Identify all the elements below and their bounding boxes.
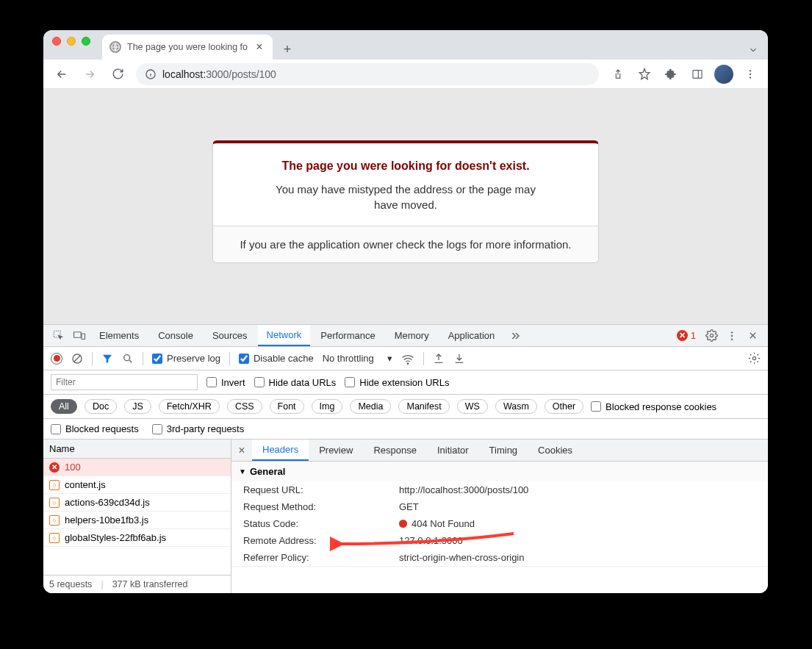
pill-wasm[interactable]: Wasm [495, 399, 537, 414]
network-filter-bar: Invert Hide data URLs Hide extension URL… [43, 370, 768, 395]
search-icon[interactable] [122, 353, 134, 365]
devtools-menu-icon[interactable] [722, 326, 741, 345]
detail-tab-headers[interactable]: Headers [252, 440, 309, 461]
request-summary: 5 requests | 377 kB transferred [43, 575, 231, 593]
pill-other[interactable]: Other [545, 399, 583, 414]
detail-tab-timing[interactable]: Timing [479, 440, 528, 460]
bookmark-star-icon[interactable] [633, 62, 656, 86]
svg-point-11 [731, 334, 733, 336]
share-icon[interactable] [606, 62, 630, 86]
svg-rect-7 [74, 331, 82, 337]
pill-js[interactable]: JS [124, 399, 151, 414]
inspect-element-icon[interactable] [49, 326, 68, 345]
detail-tab-initiator[interactable]: Initiator [427, 440, 479, 460]
tab-elements[interactable]: Elements [90, 326, 148, 345]
more-tabs-icon[interactable] [505, 326, 524, 345]
maximize-window-button[interactable] [82, 37, 90, 46]
pill-all[interactable]: All [51, 399, 77, 414]
devtools-tab-strip: Elements Console Sources Network Perform… [43, 325, 768, 347]
svg-point-16 [752, 356, 755, 359]
request-row[interactable]: ✕100 [43, 459, 231, 476]
tab-console[interactable]: Console [149, 326, 202, 345]
device-toolbar-icon[interactable] [70, 326, 89, 345]
tab-network[interactable]: Network [258, 325, 311, 346]
pill-css[interactable]: CSS [227, 399, 262, 414]
svg-rect-2 [693, 70, 702, 78]
back-button[interactable] [49, 62, 74, 87]
settings-icon[interactable] [702, 326, 721, 345]
side-panel-icon[interactable] [686, 62, 709, 86]
error-icon: ✕ [49, 462, 60, 473]
extensions-icon[interactable] [659, 62, 683, 86]
request-row[interactable]: ○content.js [43, 476, 231, 494]
tab-title: The page you were looking fo [127, 42, 248, 52]
tab-performance[interactable]: Performance [312, 326, 384, 345]
tab-sources[interactable]: Sources [204, 326, 256, 345]
svg-rect-8 [82, 334, 85, 340]
browser-tab[interactable]: The page you were looking fo × [102, 35, 273, 60]
status-dot-icon [399, 520, 407, 528]
disable-cache-checkbox[interactable]: Disable cache [239, 353, 314, 364]
network-conditions-icon[interactable] [401, 352, 414, 365]
general-header[interactable]: ▼General [231, 462, 768, 481]
new-tab-button[interactable]: + [277, 39, 298, 60]
address-bar: localhost:3000/posts/100 [43, 60, 768, 89]
minimize-window-button[interactable] [67, 37, 76, 46]
error-heading: The page you were looking for doesn't ex… [231, 159, 581, 173]
clear-button[interactable] [71, 353, 83, 365]
column-name[interactable]: Name [43, 440, 231, 459]
error-badge[interactable]: ✕1 [677, 330, 696, 341]
close-window-button[interactable] [52, 37, 61, 46]
detail-tab-response[interactable]: Response [363, 440, 427, 460]
js-file-icon: ○ [49, 515, 60, 526]
detail-tab-cookies[interactable]: Cookies [528, 440, 583, 460]
browser-menu-icon[interactable] [739, 62, 762, 86]
svg-point-15 [407, 363, 409, 365]
request-row[interactable]: ○globalStyles-22fbf6ab.js [43, 529, 231, 547]
close-detail-icon[interactable]: × [231, 444, 252, 457]
request-method-value: GET [399, 501, 419, 512]
throttling-select[interactable]: No throttling▾ [323, 353, 392, 364]
invert-checkbox[interactable]: Invert [206, 377, 245, 388]
blocked-cookies-checkbox[interactable]: Blocked response cookies [591, 401, 716, 412]
devtools-panel: Elements Console Sources Network Perform… [43, 324, 768, 593]
pill-doc[interactable]: Doc [85, 399, 117, 414]
third-party-checkbox[interactable]: 3rd-party requests [152, 423, 245, 434]
preserve-log-checkbox[interactable]: Preserve log [152, 353, 220, 364]
pill-fetch-xhr[interactable]: Fetch/XHR [159, 399, 220, 414]
svg-point-10 [731, 331, 733, 333]
close-devtools-icon[interactable] [743, 326, 762, 345]
filter-input[interactable] [51, 374, 198, 390]
url-input[interactable]: localhost:3000/posts/100 [136, 63, 599, 85]
request-row[interactable]: ○actions-639cd34d.js [43, 494, 231, 512]
pill-img[interactable]: Img [312, 399, 343, 414]
svg-point-12 [731, 338, 733, 340]
network-settings-icon[interactable] [748, 352, 761, 365]
js-file-icon: ○ [49, 533, 60, 543]
browser-window: The page you were looking fo × + localho… [43, 30, 768, 593]
close-tab-button[interactable]: × [254, 41, 265, 53]
tab-memory[interactable]: Memory [386, 326, 438, 345]
hide-data-urls-checkbox[interactable]: Hide data URLs [254, 377, 337, 388]
blocked-requests-checkbox[interactable]: Blocked requests [51, 423, 139, 434]
url-host: localhost: [162, 68, 206, 80]
hide-extension-urls-checkbox[interactable]: Hide extension URLs [345, 377, 449, 388]
remote-address-value: 127.0.0.1:3000 [399, 535, 463, 546]
site-info-icon[interactable] [145, 68, 157, 80]
record-button[interactable] [51, 353, 62, 365]
request-row[interactable]: ○helpers-10be1fb3.js [43, 512, 231, 529]
download-icon[interactable] [453, 353, 465, 365]
pill-manifest[interactable]: Manifest [398, 399, 449, 414]
filter-icon[interactable] [101, 353, 113, 365]
upload-icon[interactable] [433, 353, 445, 365]
forward-button[interactable] [77, 62, 102, 87]
detail-tab-preview[interactable]: Preview [309, 440, 363, 460]
pill-media[interactable]: Media [350, 399, 391, 414]
svg-point-4 [750, 73, 751, 74]
pill-ws[interactable]: WS [457, 399, 488, 414]
profile-avatar[interactable] [712, 62, 736, 86]
reload-button[interactable] [105, 62, 130, 87]
tab-application[interactable]: Application [439, 326, 504, 345]
chevron-down-icon[interactable] [739, 45, 768, 55]
pill-font[interactable]: Font [270, 399, 304, 414]
